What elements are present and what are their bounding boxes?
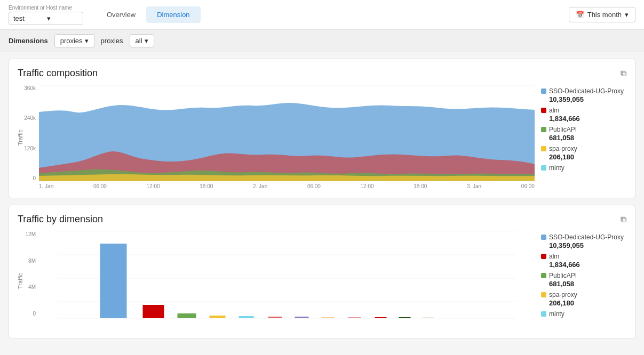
dim-filter-all[interactable]: all ▾: [130, 34, 154, 47]
env-dropdown-arrow: ▾: [47, 14, 78, 22]
legend-dot-publicapi-2: [541, 273, 546, 278]
legend-value-sso: 10,359,055: [549, 95, 626, 103]
legend-dot-alm: [541, 108, 546, 113]
top-bar: Environment or Host name test ▾ Overview…: [0, 0, 644, 30]
date-picker-arrow: ▾: [625, 11, 629, 19]
traffic-composition-header: Traffic composition ⧉: [18, 68, 626, 79]
bar-spaproxy: [210, 316, 226, 318]
tab-dimension[interactable]: Dimension: [146, 6, 200, 23]
area-chart-svg: [39, 85, 535, 181]
legend-item-spaproxy: spa-proxy 206,180: [541, 145, 626, 161]
nav-tabs: Overview Dimension: [96, 6, 201, 23]
legend-name-minty: minty: [549, 164, 565, 172]
export-icon-composition[interactable]: ⧉: [621, 69, 626, 78]
bar-chart-x-spacer: [39, 319, 535, 330]
traffic-by-dimension-chart-area: Traffic 12M 8M 4M 0: [18, 231, 626, 330]
traffic-by-dimension-legend: SSO-Dedicated-UG-Proxy 10,359,055 alm 1,…: [541, 231, 626, 330]
main-content: Traffic composition ⧉ Traffic 360k 240k …: [0, 52, 644, 345]
area-chart-container: Traffic 360k 240k 120k 0: [18, 85, 535, 189]
legend-value-spaproxy-2: 206,180: [549, 299, 626, 307]
legend-name-spaproxy-2: spa-proxy: [549, 291, 577, 298]
legend-dot-minty-2: [541, 311, 546, 317]
bar-12: [423, 318, 434, 318]
calendar-icon: 📅: [576, 11, 584, 19]
dim-filter-all-arrow: ▾: [145, 37, 148, 45]
bar-8: [322, 317, 335, 318]
date-picker-label: This month: [587, 11, 622, 19]
legend-item-alm: alm 1,834,666: [541, 107, 626, 123]
dim-filter-1-label: proxies: [60, 37, 83, 45]
legend-item-alm-2: alm 1,834,666: [541, 253, 626, 269]
bar-11: [399, 317, 411, 318]
bar-alm: [143, 305, 164, 318]
legend-name-sso: SSO-Dedicated-UG-Proxy: [549, 87, 624, 95]
legend-name-sso-2: SSO-Dedicated-UG-Proxy: [549, 233, 624, 241]
bar-sso: [100, 244, 127, 318]
legend-item-sso-2: SSO-Dedicated-UG-Proxy 10,359,055: [541, 233, 626, 249]
traffic-composition-legend: SSO-Dedicated-UG-Proxy 10,359,055 alm 1,…: [541, 85, 626, 189]
legend-dot-sso: [541, 88, 546, 94]
legend-name-alm: alm: [549, 107, 559, 114]
tab-overview[interactable]: Overview: [96, 6, 146, 23]
bar-6: [268, 317, 282, 318]
legend-dot-spaproxy-2: [541, 292, 546, 297]
dim-filter-1-arrow: ▾: [85, 37, 89, 45]
legend-item-publicapi-2: PublicAPI 681,058: [541, 272, 626, 288]
dimensions-label: Dimensions: [9, 37, 48, 45]
legend-item-minty: minty: [541, 164, 626, 172]
legend-dot-spaproxy: [541, 146, 546, 151]
dimensions-bar: Dimensions proxies ▾ proxies all ▾: [0, 30, 644, 52]
traffic-composition-card: Traffic composition ⧉ Traffic 360k 240k …: [9, 59, 635, 198]
traffic-by-dimension-card: Traffic by dimension ⧉ Traffic 12M 8M 4M…: [9, 205, 635, 339]
env-selector: Environment or Host name test ▾: [9, 5, 83, 25]
legend-item-sso: SSO-Dedicated-UG-Proxy 10,359,055: [541, 87, 626, 103]
bar-publicapi: [178, 313, 196, 318]
env-value: test: [13, 14, 45, 22]
bar-7: [295, 317, 309, 318]
y-axis-ticks: 360k 240k 120k 0: [18, 85, 38, 181]
legend-name-alm-2: alm: [549, 253, 559, 260]
traffic-by-dimension-header: Traffic by dimension ⧉: [18, 214, 626, 225]
bar-minty: [239, 316, 254, 318]
legend-item-minty-2: minty: [541, 310, 626, 318]
traffic-composition-chart-area: Traffic 360k 240k 120k 0: [18, 85, 626, 189]
legend-value-publicapi-2: 681,058: [549, 280, 626, 288]
legend-value-publicapi: 681,058: [549, 134, 626, 142]
legend-dot-publicapi: [541, 127, 546, 132]
legend-item-spaproxy-2: spa-proxy 206,180: [541, 291, 626, 307]
traffic-composition-title: Traffic composition: [18, 68, 98, 79]
date-picker[interactable]: 📅 This month ▾: [569, 7, 635, 22]
bar-10: [375, 317, 387, 318]
dim-filter-2: proxies: [101, 37, 123, 45]
env-label: Environment or Host name: [9, 5, 83, 11]
bar-chart-container: Traffic 12M 8M 4M 0: [18, 231, 535, 330]
legend-value-alm-2: 1,834,666: [549, 261, 626, 269]
y-axis-ticks-bar: 12M 8M 4M 0: [18, 231, 38, 317]
x-axis-labels: 1. Jan 06:00 12:00 18:00 2. Jan 06:00 12…: [39, 183, 535, 189]
legend-name-publicapi-2: PublicAPI: [549, 272, 577, 279]
export-icon-dimension[interactable]: ⧉: [621, 215, 626, 224]
legend-dot-minty: [541, 165, 546, 171]
legend-dot-sso-2: [541, 235, 546, 240]
env-dropdown[interactable]: test ▾: [9, 12, 83, 25]
bar-chart-svg: [39, 231, 535, 319]
legend-value-sso-2: 10,359,055: [549, 241, 626, 249]
legend-item-publicapi: PublicAPI 681,058: [541, 126, 626, 142]
legend-value-alm: 1,834,666: [549, 115, 626, 123]
legend-name-minty-2: minty: [549, 310, 565, 318]
traffic-by-dimension-title: Traffic by dimension: [18, 214, 103, 225]
legend-dot-alm-2: [541, 254, 546, 259]
legend-name-spaproxy: spa-proxy: [549, 145, 577, 152]
dim-filter-all-label: all: [136, 37, 142, 45]
dim-filter-1[interactable]: proxies ▾: [54, 34, 94, 47]
bar-9: [348, 317, 361, 318]
legend-value-spaproxy: 206,180: [549, 153, 626, 161]
legend-name-publicapi: PublicAPI: [549, 126, 577, 133]
